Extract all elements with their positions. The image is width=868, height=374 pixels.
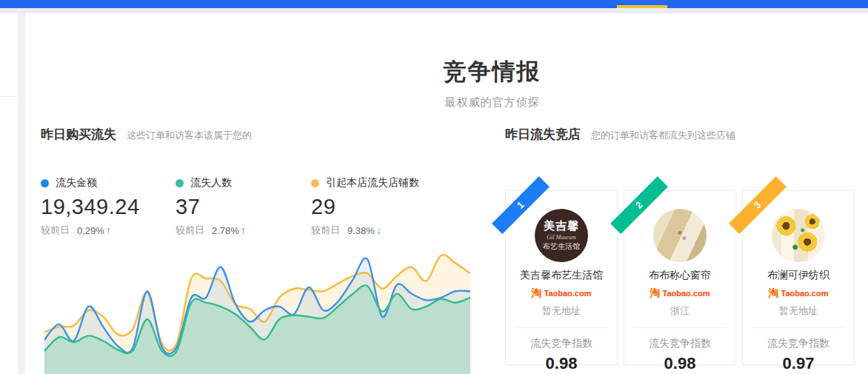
up-arrow-icon: ↑ [106,224,111,236]
competitor-card-2[interactable]: 2 布布称心窗帘 淘 Taobao.com 浙江 流失竞争指数 0.98 [624,190,736,365]
top-band [0,8,868,13]
index-label: 流失竞争指数 [743,337,854,350]
index-label: 流失竞争指数 [506,337,617,350]
page-title-block: 竞争情报 最权威的官方侦探 [298,56,687,110]
platform-line: 淘 Taobao.com [506,287,617,300]
avatar-text: 美吉馨 [544,219,579,233]
page-title: 竞争情报 [298,56,687,87]
store-name-link[interactable]: 美吉馨布艺生活馆 [506,269,617,282]
up-arrow-icon: ↑ [241,224,246,236]
avatar-text: 布艺生活馆 [543,241,580,252]
legend-dot-blue-icon [41,179,49,187]
side-panel-gap [18,13,25,374]
store-name-link[interactable]: 布澜可伊纺织 [743,269,854,282]
stat-value: 29 [311,195,419,219]
delta-value: 9.38% [347,225,375,236]
taobao-icon: 淘 [650,287,661,300]
competitor-desc: 您的订单和访客都流失到这些店铺 [591,129,735,142]
stat-value: 19,349.24 [41,195,140,219]
competitor-header: 昨日流失竞店 您的订单和访客都流失到这些店铺 [505,126,857,143]
competitor-cards-row: 1 美吉馨 Gil Museum 布艺生活馆 美吉馨布艺生活馆 淘 Taobao… [505,190,861,365]
taobao-label: Taobao.com [663,289,710,298]
compare-label: 较前日 [41,224,70,237]
purchase-loss-title: 昨日购买流失 [41,126,116,143]
store-location: 暂无地址 [743,304,854,318]
purchase-loss-panel: 昨日购买流失 这些订单和访客本该属于您的 流失金额 19,349.24 较前日 … [41,126,472,374]
store-location: 浙江 [624,304,735,318]
compare-label: 较前日 [311,224,340,237]
purchase-loss-header: 昨日购买流失 这些订单和访客本该属于您的 [41,126,472,143]
collapsed-side-panel [0,13,18,374]
competitor-panel: 昨日流失竞店 您的订单和访客都流失到这些店铺 1 美吉馨 Gil Museum … [505,126,857,374]
platform-line: 淘 Taobao.com [743,287,854,300]
page-subtitle: 最权威的官方侦探 [298,96,687,110]
card-divider [633,327,727,328]
taobao-icon: 淘 [532,287,542,300]
competitor-title: 昨日流失竞店 [505,126,581,143]
competitor-card-3[interactable]: 3 布澜可伊纺织 淘 Taobao.com 暂无地址 流失竞争指数 0.97 [742,190,855,365]
platform-line: 淘 Taobao.com [624,287,735,300]
stat-loss-shops[interactable]: 引起本店流失店铺数 29 较前日 9.38% ↓ [311,176,419,237]
index-label: 流失竞争指数 [624,337,735,350]
taobao-icon: 淘 [769,287,779,300]
stat-value: 37 [176,195,246,219]
legend-dot-orange-icon [311,179,319,187]
stat-label: 流失金额 [56,176,97,190]
side-panel-divider [0,96,18,97]
stat-label: 流失人数 [190,176,232,190]
avatar-text: Gil Museum [547,234,575,241]
card-divider [752,327,845,328]
compare-label: 较前日 [176,224,204,237]
store-avatar [772,209,825,262]
top-nav-bar [0,0,868,8]
stat-loss-visitors[interactable]: 流失人数 37 较前日 2.78% ↑ [176,176,246,237]
stat-label: 引起本店流失店铺数 [326,176,419,190]
legend-dot-green-icon [176,179,184,187]
store-name-link[interactable]: 布布称心窗帘 [624,269,735,282]
index-value: 0.98 [624,354,735,373]
loss-trend-chart[interactable] [44,247,470,374]
taobao-label: Taobao.com [544,289,592,298]
down-arrow-icon: ↓ [376,224,381,236]
taobao-label: Taobao.com [781,289,829,298]
store-avatar: 美吉馨 Gil Museum 布艺生活馆 [535,209,588,262]
store-location: 暂无地址 [506,304,617,318]
dashboard-page: 竞争情报 最权威的官方侦探 昨日购买流失 这些订单和访客本该属于您的 流失金额 … [0,0,868,374]
delta-value: 2.78% [212,225,239,236]
purchase-loss-desc: 这些订单和访客本该属于您的 [127,129,252,142]
store-avatar [653,209,707,262]
competitor-card-1[interactable]: 1 美吉馨 Gil Museum 布艺生活馆 美吉馨布艺生活馆 淘 Taobao… [505,190,618,365]
index-value: 0.98 [506,354,617,373]
index-value: 0.97 [743,354,854,373]
card-divider [515,327,608,328]
delta-value: 0.29% [77,225,104,236]
stat-loss-amount[interactable]: 流失金额 19,349.24 较前日 0.29% ↑ [41,176,140,237]
